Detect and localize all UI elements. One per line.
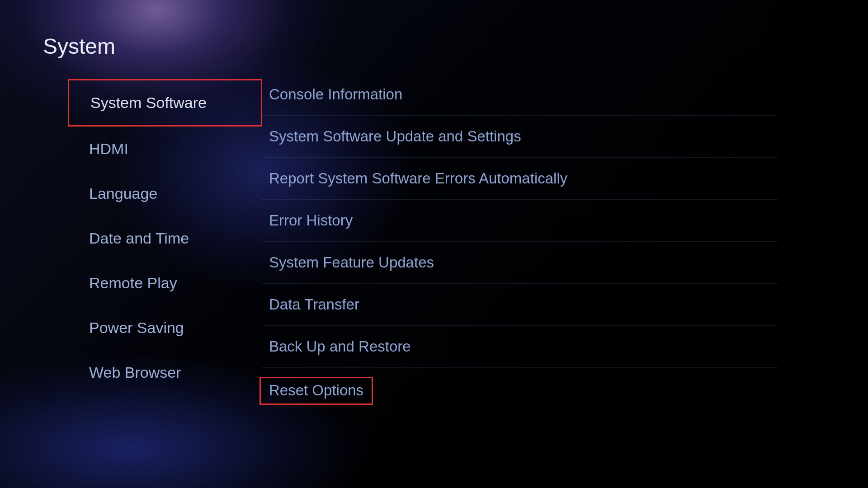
sidebar-item-web-browser[interactable]: Web Browser bbox=[68, 350, 262, 395]
main-item-label: Back Up and Restore bbox=[269, 338, 411, 355]
sidebar-item-label: System Software bbox=[90, 94, 207, 111]
sidebar-item-system-software[interactable]: System Software bbox=[68, 79, 262, 127]
main-item-label: Data Transfer bbox=[269, 296, 359, 313]
page-title: System bbox=[0, 0, 868, 59]
main-item-data-transfer[interactable]: Data Transfer bbox=[262, 284, 778, 326]
sidebar-item-label: Web Browser bbox=[89, 364, 181, 381]
main-item-label: Reset Options bbox=[259, 377, 373, 405]
main-item-label: System Software Update and Settings bbox=[269, 128, 521, 145]
sidebar: System Software HDMI Language Date and T… bbox=[0, 79, 262, 405]
main-panel: Console Information System Software Upda… bbox=[262, 79, 868, 405]
sidebar-item-label: HDMI bbox=[89, 140, 128, 157]
main-item-label: System Feature Updates bbox=[269, 254, 434, 271]
sidebar-item-label: Power Saving bbox=[89, 319, 184, 336]
main-item-console-information[interactable]: Console Information bbox=[262, 79, 778, 116]
main-item-label: Report System Software Errors Automatica… bbox=[269, 170, 567, 187]
sidebar-item-language[interactable]: Language bbox=[68, 171, 262, 216]
content-area: System Software HDMI Language Date and T… bbox=[0, 59, 868, 405]
main-item-back-up-and-restore[interactable]: Back Up and Restore bbox=[262, 326, 778, 368]
main-item-system-feature-updates[interactable]: System Feature Updates bbox=[262, 242, 778, 284]
main-item-label: Error History bbox=[269, 212, 353, 229]
main-item-error-history[interactable]: Error History bbox=[262, 200, 778, 242]
sidebar-item-label: Date and Time bbox=[89, 230, 189, 247]
sidebar-item-label: Language bbox=[89, 185, 157, 202]
sidebar-item-remote-play[interactable]: Remote Play bbox=[68, 261, 262, 305]
settings-container: System System Software HDMI Language Dat… bbox=[0, 0, 868, 405]
sidebar-item-power-saving[interactable]: Power Saving bbox=[68, 305, 262, 350]
main-item-label: Console Information bbox=[269, 86, 402, 103]
main-item-reset-options[interactable]: Reset Options bbox=[262, 368, 778, 405]
sidebar-item-label: Remote Play bbox=[89, 274, 177, 291]
main-item-system-software-update[interactable]: System Software Update and Settings bbox=[262, 116, 778, 158]
main-item-report-errors[interactable]: Report System Software Errors Automatica… bbox=[262, 158, 778, 200]
sidebar-item-date-and-time[interactable]: Date and Time bbox=[68, 216, 262, 261]
sidebar-item-hdmi[interactable]: HDMI bbox=[68, 127, 262, 171]
